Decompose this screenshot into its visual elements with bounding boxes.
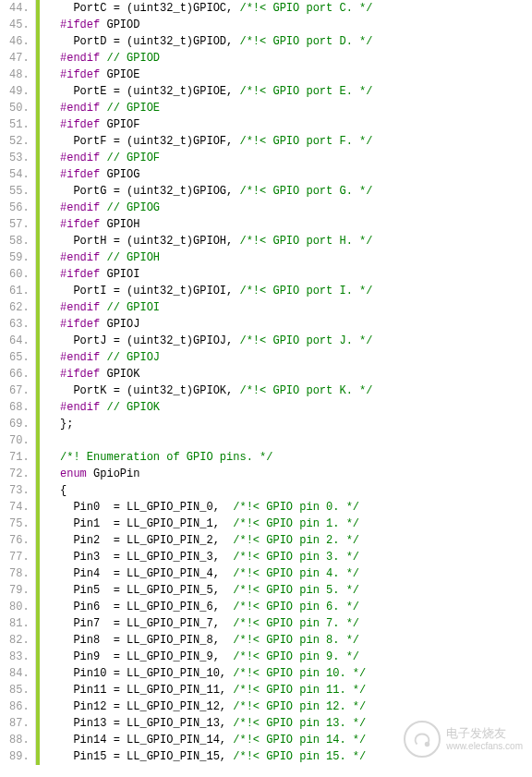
code-line[interactable]: PortF = (uint32_t)GPIOF, /*!< GPIO port … [47, 133, 532, 150]
line-number: 77. [9, 549, 30, 565]
token-punct: Pin8 = LL_GPIO_PIN_8, [73, 634, 233, 647]
token-ident: GPIOJ [100, 318, 139, 331]
token-type: uint32_t [133, 285, 187, 297]
code-line[interactable]: #ifdef GPIOJ [47, 316, 532, 333]
line-number: 78. [9, 565, 30, 582]
code-line[interactable]: #endif // GPIOF [47, 150, 532, 166]
code-line[interactable]: { [47, 482, 532, 499]
token-comment: /*!< GPIO port E. */ [239, 85, 372, 98]
line-number: 84. [9, 665, 30, 682]
token-comment: /*!< GPIO port F. */ [239, 135, 372, 148]
token-punct: }; [60, 418, 73, 431]
line-number: 53. [9, 150, 30, 166]
token-comment: /*!< GPIO pin 0. */ [233, 501, 359, 514]
code-line[interactable]: enum GpioPin [47, 466, 532, 482]
code-line[interactable]: PortJ = (uint32_t)GPIOJ, /*!< GPIO port … [47, 333, 532, 349]
code-line[interactable]: Pin9 = LL_GPIO_PIN_9, /*!< GPIO pin 9. *… [47, 649, 532, 665]
code-line[interactable]: #endif // GPIOI [47, 299, 532, 316]
code-area[interactable]: PortC = (uint32_t)GPIOC, /*!< GPIO port … [40, 0, 532, 765]
code-line[interactable]: Pin8 = LL_GPIO_PIN_8, /*!< GPIO pin 8. *… [47, 632, 532, 649]
code-line[interactable]: PortI = (uint32_t)GPIOI, /*!< GPIO port … [47, 283, 532, 299]
token-comment: /*!< GPIO port G. */ [239, 185, 372, 198]
code-line[interactable]: #ifdef GPIOG [47, 166, 532, 183]
token-pp: #endif [60, 152, 100, 164]
code-line[interactable]: PortK = (uint32_t)GPIOK, /*!< GPIO port … [47, 382, 532, 399]
token-punct: { [60, 484, 66, 497]
line-number: 59. [9, 249, 30, 266]
token-comment: /*!< GPIO port J. */ [239, 334, 372, 347]
line-number: 80. [9, 599, 30, 615]
code-line[interactable]: PortD = (uint32_t)GPIOD, /*!< GPIO port … [47, 33, 532, 50]
line-number-gutter: 44.45.46.47.48.49.50.51.52.53.54.55.56.5… [0, 0, 36, 765]
code-line[interactable]: Pin6 = LL_GPIO_PIN_6, /*!< GPIO pin 6. *… [47, 599, 532, 615]
code-line[interactable]: PortH = (uint32_t)GPIOH, /*!< GPIO port … [47, 233, 532, 249]
token-punct: Pin0 = LL_GPIO_PIN_0, [73, 501, 233, 514]
code-line[interactable]: #endif // GPIOH [47, 249, 532, 266]
code-line[interactable]: PortC = (uint32_t)GPIOC, /*!< GPIO port … [47, 0, 532, 17]
token-punct: )GPIOK, [187, 384, 240, 397]
code-line[interactable] [47, 432, 532, 449]
line-number: 67. [9, 382, 30, 399]
code-line[interactable]: #ifdef GPIOF [47, 116, 532, 133]
code-line[interactable]: Pin5 = LL_GPIO_PIN_5, /*!< GPIO pin 5. *… [47, 582, 532, 599]
line-number: 79. [9, 582, 30, 599]
token-comment: /*!< GPIO pin 11. */ [233, 684, 366, 697]
line-number: 58. [9, 233, 30, 249]
token-punct: Pin15 = LL_GPIO_PIN_15, [73, 750, 233, 763]
token-punct: Pin10 = LL_GPIO_PIN_10, [73, 667, 233, 680]
code-line[interactable]: Pin1 = LL_GPIO_PIN_1, /*!< GPIO pin 1. *… [47, 516, 532, 532]
code-line[interactable]: #endif // GPIOD [47, 50, 532, 67]
code-line[interactable]: Pin0 = LL_GPIO_PIN_0, /*!< GPIO pin 0. *… [47, 499, 532, 516]
code-line[interactable]: #endif // GPIOE [47, 100, 532, 116]
token-pp: #endif [60, 102, 100, 115]
token-comment: // GPIOI [106, 301, 160, 314]
token-pp: #ifdef [60, 318, 100, 331]
token-keyword: enum [60, 467, 87, 480]
code-line[interactable]: #ifdef GPIOE [47, 67, 532, 83]
code-line[interactable]: #endif // GPIOJ [47, 349, 532, 366]
token-pp: #ifdef [60, 368, 100, 381]
token-punct: PortD = ( [73, 35, 133, 48]
code-line[interactable]: #ifdef GPIOD [47, 17, 532, 33]
line-number: 75. [9, 516, 30, 532]
token-punct: PortG = ( [73, 185, 133, 198]
watermark-cn: 电子发烧友 [446, 726, 523, 741]
code-line[interactable]: #ifdef GPIOK [47, 366, 532, 382]
line-number: 62. [9, 299, 30, 316]
code-line[interactable]: #endif // GPIOK [47, 399, 532, 416]
code-line[interactable]: Pin3 = LL_GPIO_PIN_3, /*!< GPIO pin 3. *… [47, 549, 532, 565]
code-line[interactable]: PortG = (uint32_t)GPIOG, /*!< GPIO port … [47, 183, 532, 200]
code-line[interactable]: Pin12 = LL_GPIO_PIN_12, /*!< GPIO pin 12… [47, 698, 532, 715]
line-number: 86. [9, 698, 30, 715]
watermark-url: www.elecfans.com [446, 741, 523, 752]
token-punct: Pin5 = LL_GPIO_PIN_5, [73, 584, 233, 597]
code-line[interactable]: /*! Enumeration of GPIO pins. */ [47, 449, 532, 466]
token-punct: PortF = ( [73, 135, 133, 148]
token-comment: /*!< GPIO port C. */ [239, 2, 372, 15]
code-line[interactable]: Pin11 = LL_GPIO_PIN_11, /*!< GPIO pin 11… [47, 682, 532, 698]
token-comment: // GPIOH [106, 251, 160, 264]
token-punct: Pin4 = LL_GPIO_PIN_4, [73, 567, 233, 580]
line-number: 51. [9, 116, 30, 133]
line-number: 47. [9, 50, 30, 67]
code-line[interactable]: }; [47, 416, 532, 432]
token-comment: // GPIOD [106, 52, 160, 65]
token-punct: PortK = ( [73, 384, 133, 397]
token-type: uint32_t [133, 334, 187, 347]
token-comment: /*!< GPIO pin 14. */ [233, 734, 366, 747]
code-line[interactable]: Pin2 = LL_GPIO_PIN_2, /*!< GPIO pin 2. *… [47, 532, 532, 549]
code-line[interactable]: #ifdef GPIOH [47, 216, 532, 233]
code-line[interactable]: #ifdef GPIOI [47, 266, 532, 283]
code-line[interactable]: PortE = (uint32_t)GPIOE, /*!< GPIO port … [47, 83, 532, 100]
token-punct: Pin13 = LL_GPIO_PIN_13, [73, 717, 233, 730]
token-pp: #endif [60, 201, 100, 214]
token-comment: /*!< GPIO pin 9. */ [233, 650, 359, 663]
line-number: 45. [9, 17, 30, 33]
token-ident: GPIOE [100, 68, 139, 81]
code-line[interactable]: Pin10 = LL_GPIO_PIN_10, /*!< GPIO pin 10… [47, 665, 532, 682]
code-line[interactable]: #endif // GPIOG [47, 200, 532, 216]
token-punct: PortC = ( [73, 2, 133, 15]
token-punct: )GPIOH, [187, 235, 240, 248]
code-line[interactable]: Pin4 = LL_GPIO_PIN_4, /*!< GPIO pin 4. *… [47, 565, 532, 582]
code-line[interactable]: Pin7 = LL_GPIO_PIN_7, /*!< GPIO pin 7. *… [47, 615, 532, 632]
